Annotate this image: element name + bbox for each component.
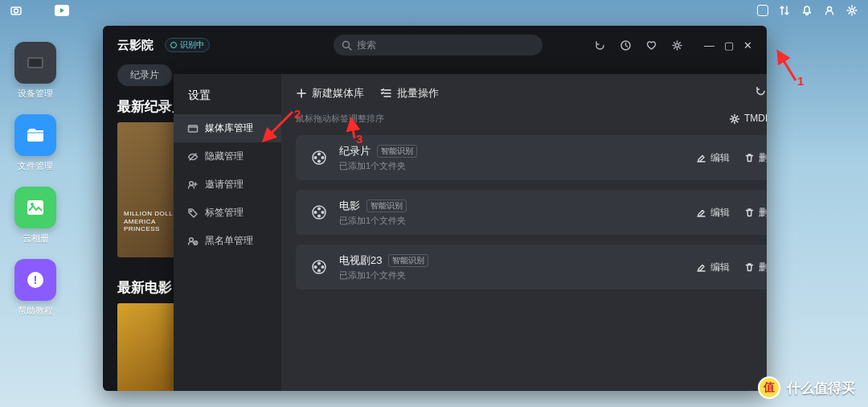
dock-file-manager[interactable]: 文件管理: [14, 114, 56, 172]
trash-icon: [744, 262, 755, 273]
sort-hint: 鼠标拖动标签调整排序: [296, 113, 384, 125]
window-close[interactable]: ✕: [743, 39, 752, 51]
sidebar-item-tags[interactable]: 标签管理: [174, 199, 281, 227]
svg-point-33: [314, 266, 317, 269]
svg-point-7: [31, 203, 34, 206]
library-tag: 智能识别: [388, 254, 428, 267]
settings-sidebar: 设置 媒体库管理 隐藏管理 邀请管理 标签管理: [174, 74, 281, 391]
plus-icon: [296, 88, 307, 99]
history-icon[interactable]: [619, 39, 632, 51]
dock-label: 帮助教程: [18, 305, 53, 317]
blacklist-icon: [186, 235, 199, 247]
watermark-text: 什么值得买: [787, 379, 855, 397]
batch-ops-button[interactable]: 批量操作: [380, 86, 439, 101]
sidebar-item-hidden[interactable]: 隐藏管理: [174, 142, 281, 171]
svg-point-25: [318, 208, 321, 210]
annotation-arrow-1: 1: [772, 47, 812, 90]
film-icon: [309, 202, 330, 223]
sidebar-item-media-library[interactable]: 媒体库管理: [174, 114, 281, 142]
edit-button[interactable]: 编辑: [696, 206, 730, 220]
online-badge: 识别中: [165, 38, 210, 52]
svg-point-3: [850, 9, 854, 12]
library-card[interactable]: 电视剧23 智能识别 已添加1个文件夹 编辑 删除: [296, 245, 767, 290]
trash-icon: [744, 153, 755, 163]
dock: 设备管理 文件管理 云相册 ! 帮助教程: [14, 42, 56, 317]
sidebar-item-blacklist[interactable]: 黑名单管理: [174, 227, 281, 255]
search-input[interactable]: 搜索: [334, 35, 542, 56]
window-minimize[interactable]: —: [704, 39, 714, 51]
category-tab[interactable]: 纪录片: [117, 64, 172, 86]
svg-point-32: [318, 269, 321, 272]
svg-point-28: [314, 212, 317, 214]
video-app-icon[interactable]: [55, 5, 69, 16]
dock-label: 设备管理: [18, 88, 53, 100]
edit-button[interactable]: 编辑: [696, 151, 730, 165]
delete-button[interactable]: 删除: [744, 206, 767, 220]
edit-button[interactable]: 编辑: [696, 261, 730, 274]
user-plus-icon: [186, 179, 199, 191]
window-settings-icon[interactable]: [670, 39, 683, 51]
gear-icon: [729, 113, 740, 125]
svg-point-20: [318, 153, 321, 155]
dock-label: 文件管理: [18, 160, 53, 172]
list-check-icon: [380, 88, 392, 99]
library-card[interactable]: 电影 智能识别 已添加1个文件夹 编辑 删除: [296, 190, 767, 235]
sidebar-item-invite[interactable]: 邀请管理: [174, 171, 281, 199]
library-tag: 智能识别: [366, 199, 407, 212]
user-icon[interactable]: [823, 4, 836, 17]
svg-rect-13: [188, 125, 197, 132]
svg-point-14: [189, 181, 193, 185]
dock-help[interactable]: ! 帮助教程: [14, 259, 56, 317]
svg-point-21: [321, 157, 324, 159]
library-name: 电影: [339, 199, 360, 213]
svg-point-27: [318, 215, 321, 217]
camera-icon[interactable]: [10, 4, 23, 17]
film-icon: [309, 147, 330, 168]
svg-point-10: [343, 41, 350, 47]
transfer-icon[interactable]: [778, 4, 791, 17]
svg-text:!: !: [34, 273, 38, 286]
svg-text:1: 1: [797, 74, 804, 88]
dock-device-manager[interactable]: 设备管理: [14, 42, 56, 100]
section-title-movies: 最新电影: [117, 278, 172, 297]
settings-main: 新建媒体库 批量操作 鼠标拖动标签调整排序 TMDB配置: [281, 74, 767, 391]
search-placeholder: 搜索: [357, 39, 376, 52]
window-titlebar: 云影院 识别中 搜索 — ▢ ✕: [103, 26, 767, 64]
svg-point-2: [828, 7, 832, 11]
svg-rect-5: [29, 59, 42, 67]
poster-item[interactable]: [117, 303, 182, 391]
edit-icon: [696, 208, 706, 218]
tmdb-config-button[interactable]: TMDB配置: [729, 112, 767, 125]
svg-point-26: [321, 212, 324, 214]
reload-icon[interactable]: [755, 85, 767, 101]
window-maximize[interactable]: ▢: [724, 39, 734, 51]
svg-point-22: [318, 160, 321, 162]
dock-label: 云相册: [23, 232, 49, 245]
watermark-badge: 值: [758, 376, 780, 399]
settings-dialog: 设置 媒体库管理 隐藏管理 邀请管理 标签管理: [174, 74, 767, 391]
library-sub: 已添加1个文件夹: [339, 269, 428, 282]
watermark: 值 什么值得买: [758, 376, 855, 399]
library-sub: 已添加1个文件夹: [339, 215, 407, 227]
svg-point-12: [675, 43, 678, 47]
library-name: 电视剧23: [339, 253, 382, 268]
delete-button[interactable]: 删除: [744, 151, 767, 165]
app-brand: 云影院: [117, 38, 154, 53]
library-sub: 已添加1个文件夹: [339, 160, 417, 172]
bell-icon[interactable]: [800, 4, 813, 17]
new-library-button[interactable]: 新建媒体库: [296, 86, 364, 101]
refresh-icon[interactable]: [593, 39, 606, 51]
tray-icon-1[interactable]: [757, 5, 768, 16]
delete-button[interactable]: 删除: [744, 261, 767, 274]
library-tag: 智能识别: [377, 145, 417, 158]
svg-point-31: [321, 266, 324, 269]
svg-rect-6: [27, 200, 43, 215]
heart-icon[interactable]: [645, 39, 657, 51]
edit-icon: [696, 262, 706, 273]
tag-icon: [186, 207, 199, 219]
settings-title: 设置: [174, 88, 281, 111]
dock-cloud-album[interactable]: 云相册: [14, 187, 56, 245]
library-card[interactable]: 纪录片 智能识别 已添加1个文件夹 编辑 删除: [296, 135, 767, 180]
settings-icon[interactable]: [845, 4, 858, 17]
apps-grid-icon[interactable]: [32, 4, 45, 17]
